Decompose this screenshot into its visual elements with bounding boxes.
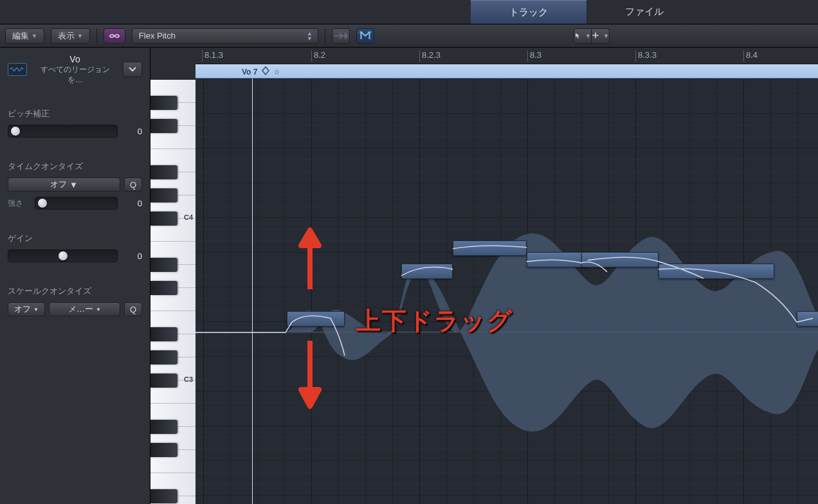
strength-value: 0 xyxy=(123,199,142,208)
annotation-text: 上下ドラッグ xyxy=(356,305,513,338)
scale-quantize-button[interactable]: Q xyxy=(124,302,142,316)
pitch-curve xyxy=(195,78,818,504)
quantize-button[interactable]: Q xyxy=(124,177,142,192)
pointer-tool[interactable]: ▼ xyxy=(574,28,592,44)
ruler-mark: 8.4 xyxy=(743,50,758,62)
scale-type-select[interactable]: メ…ー▼ xyxy=(49,302,120,316)
region-subtitle: すべてのリージョンを… xyxy=(33,64,116,85)
time-quantize-select[interactable]: オフ▼ xyxy=(8,177,120,192)
catch-playhead-icon[interactable] xyxy=(332,28,350,44)
octave-label-c4: C4 xyxy=(184,213,193,221)
view-menu[interactable]: 表示▼ xyxy=(51,28,90,44)
annotation-arrow-up-icon xyxy=(297,225,323,289)
pitch-correction-slider[interactable] xyxy=(8,125,118,138)
region-name-label: Vo 7 xyxy=(242,68,257,76)
playhead[interactable] xyxy=(252,78,253,504)
ruler-mark: 8.2.3 xyxy=(419,50,441,62)
timeline-ruler[interactable]: 8.1.3 8.2 8.2.3 8.3 8.3.3 8.4 xyxy=(195,48,818,64)
inspector-panel: Vo すべてのリージョンを… ピッチ補正 0 タイムクオンタイズ オフ▼ Q 強… xyxy=(0,48,150,504)
gain-label: ゲイン xyxy=(8,233,142,244)
flex-toggle-icon[interactable] xyxy=(104,28,125,44)
scale-quantize-label: スケールクオンタイズ xyxy=(8,285,142,297)
region-thumb-icon xyxy=(8,63,27,76)
ruler-mark: 8.2 xyxy=(311,50,325,62)
gain-slider[interactable] xyxy=(8,249,118,262)
ruler-mark: 8.1.3 xyxy=(202,50,223,62)
piano-keyboard[interactable]: C4 C3 xyxy=(150,48,195,504)
gain-value: 0 xyxy=(123,251,142,261)
tab-file[interactable]: ファイル xyxy=(586,0,702,24)
flex-pitch-editor[interactable]: 上下ドラッグ xyxy=(195,78,818,504)
edit-menu[interactable]: 編集▼ xyxy=(5,28,44,44)
svg-point-0 xyxy=(343,33,347,37)
region-title: Vo xyxy=(33,54,116,64)
pitch-correction-value: 0 xyxy=(123,127,142,136)
octave-label-c3: C3 xyxy=(184,375,193,383)
loop-icon: ○ xyxy=(274,67,279,76)
time-quantize-label: タイムクオンタイズ xyxy=(8,161,142,172)
region-header[interactable]: Vo 7 ○ xyxy=(195,64,818,78)
inspector-disclosure[interactable] xyxy=(123,62,142,77)
autoselect-icon[interactable] xyxy=(356,28,374,44)
strength-label: 強さ xyxy=(8,198,30,209)
flex-marker-icon xyxy=(261,66,270,77)
ruler-mark: 8.3 xyxy=(527,50,541,62)
flex-mode-select[interactable]: Flex Pitch ▲▼ xyxy=(132,28,318,44)
annotation-arrow-down-icon xyxy=(297,341,323,411)
ruler-mark: 8.3.3 xyxy=(635,50,657,62)
scale-root-select[interactable]: オフ▼ xyxy=(8,302,45,316)
tab-track[interactable]: トラック xyxy=(471,0,586,24)
pitch-correction-label: ピッチ補正 xyxy=(8,108,142,120)
strength-slider[interactable] xyxy=(35,197,118,210)
alt-tool[interactable]: ▼ xyxy=(592,28,610,44)
